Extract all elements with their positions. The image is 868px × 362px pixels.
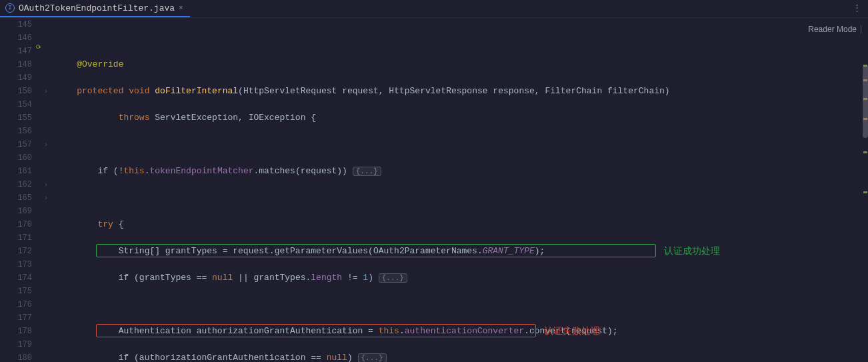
gutter-dot-icon xyxy=(39,46,41,48)
scrollbar-thumb[interactable] xyxy=(863,65,868,138)
code-editor[interactable]: @Override protected void doFilterInterna… xyxy=(56,18,795,362)
fold-toggle[interactable]: › xyxy=(44,141,48,149)
fold-placeholder[interactable]: {...} xyxy=(379,273,407,283)
annotation-box-failure xyxy=(96,324,536,337)
interface-icon: I xyxy=(5,3,15,13)
reader-mode-label: Reader Mode xyxy=(808,25,857,34)
fold-toggle[interactable]: › xyxy=(44,195,48,202)
fold-toggle[interactable]: › xyxy=(44,88,48,95)
line-number-gutter: 145 146 147 148 149 150 154 155 156 157 … xyxy=(0,18,40,362)
fold-gutter: › › › › xyxy=(44,18,56,362)
annotation-label-failure: 认证失败处理 xyxy=(544,324,600,337)
scroll-marker xyxy=(863,151,867,153)
right-panel: Reader Mode xyxy=(795,18,868,362)
fold-placeholder[interactable]: {...} xyxy=(358,353,387,362)
scroll-marker xyxy=(863,191,867,193)
fold-placeholder[interactable]: {...} xyxy=(353,167,381,176)
vertical-scrollbar[interactable] xyxy=(863,18,868,362)
editor-workspace: 145 146 147 148 149 150 154 155 156 157 … xyxy=(0,18,868,362)
scroll-marker xyxy=(863,65,867,67)
fold-toggle[interactable]: › xyxy=(44,181,48,189)
scroll-marker xyxy=(863,118,867,120)
scroll-marker xyxy=(863,98,867,100)
separator xyxy=(861,25,861,34)
close-icon[interactable]: × xyxy=(179,4,183,12)
tab-bar: I OAuth2TokenEndpointFilter.java × ⋮ xyxy=(0,0,868,18)
kebab-menu-icon[interactable]: ⋮ xyxy=(853,3,863,13)
annotation-label-success: 认证成功处理 xyxy=(664,244,720,257)
annotation-box-success xyxy=(96,244,656,257)
reader-mode-button[interactable]: Reader Mode xyxy=(808,25,861,34)
tab-filename: OAuth2TokenEndpointFilter.java xyxy=(19,3,175,13)
scroll-marker xyxy=(863,79,867,81)
tab-active[interactable]: I OAuth2TokenEndpointFilter.java × xyxy=(0,0,190,17)
